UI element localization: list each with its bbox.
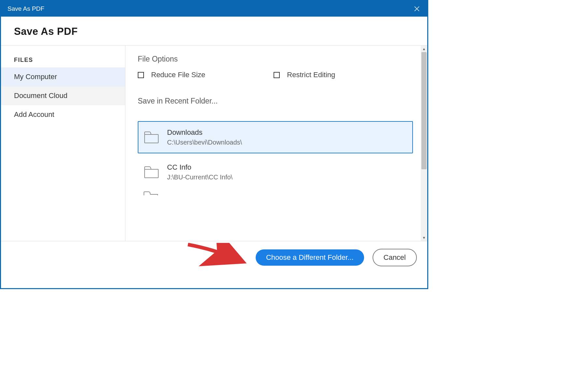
recent-folder-truncated[interactable] [138, 191, 415, 197]
svg-rect-1 [145, 169, 158, 178]
checkbox-restrict-editing[interactable]: Restrict Editing [274, 71, 335, 79]
main-panel: File Options Reduce File Size Restrict E… [125, 46, 427, 200]
scroll-thumb[interactable] [421, 52, 427, 169]
folder-icon [144, 166, 159, 178]
folder-text: Downloads C:\Users\bevi\Downloads\ [167, 128, 242, 146]
folder-text: CC Info J:\BU-Current\CC Info\ [167, 163, 233, 181]
checkbox-box-icon [138, 72, 144, 78]
checkbox-label: Restrict Editing [287, 71, 335, 79]
scroll-track[interactable] [421, 52, 427, 234]
folder-name: CC Info [167, 163, 233, 172]
folder-path: J:\BU-Current\CC Info\ [167, 174, 233, 181]
titlebar: Save As PDF [1, 1, 427, 17]
sidebar: FILES My Computer Document Cloud Add Acc… [1, 46, 125, 241]
checkbox-label: Reduce File Size [151, 71, 205, 79]
sidebar-item-document-cloud[interactable]: Document Cloud [1, 86, 125, 105]
folder-path: C:\Users\bevi\Downloads\ [167, 139, 242, 146]
content-area: FILES My Computer Document Cloud Add Acc… [1, 46, 427, 241]
folder-name: Downloads [167, 128, 242, 137]
cancel-button[interactable]: Cancel [373, 249, 417, 266]
checkbox-box-icon [274, 72, 280, 78]
page-title: Save As PDF [14, 26, 414, 37]
recent-folder-cc-info[interactable]: CC Info J:\BU-Current\CC Info\ [138, 156, 413, 188]
window-title: Save As PDF [7, 5, 44, 12]
footer-actions: Choose a Different Folder... Cancel [1, 241, 427, 273]
scroll-down-icon[interactable]: ▼ [421, 234, 427, 241]
sidebar-item-my-computer[interactable]: My Computer [1, 67, 125, 86]
sidebar-header-files: FILES [1, 53, 125, 67]
scroll-up-icon[interactable]: ▲ [421, 46, 427, 52]
sidebar-item-add-account[interactable]: Add Account [1, 105, 125, 124]
choose-different-folder-button[interactable]: Choose a Different Folder... [256, 249, 364, 266]
file-options-heading: File Options [138, 55, 415, 63]
scrollbar-vertical[interactable]: ▲ ▼ [421, 46, 427, 241]
recent-folder-downloads[interactable]: Downloads C:\Users\bevi\Downloads\ [138, 121, 413, 153]
checkbox-reduce-file-size[interactable]: Reduce File Size [138, 71, 205, 79]
file-options-row: Reduce File Size Restrict Editing [138, 71, 415, 79]
folder-icon [144, 132, 159, 143]
close-icon[interactable] [413, 5, 421, 13]
heading-area: Save As PDF [1, 17, 427, 45]
recent-folder-heading: Save in Recent Folder... [138, 97, 415, 105]
svg-rect-0 [145, 134, 158, 143]
annotation-arrow-icon [185, 243, 247, 269]
folder-icon [144, 191, 158, 196]
